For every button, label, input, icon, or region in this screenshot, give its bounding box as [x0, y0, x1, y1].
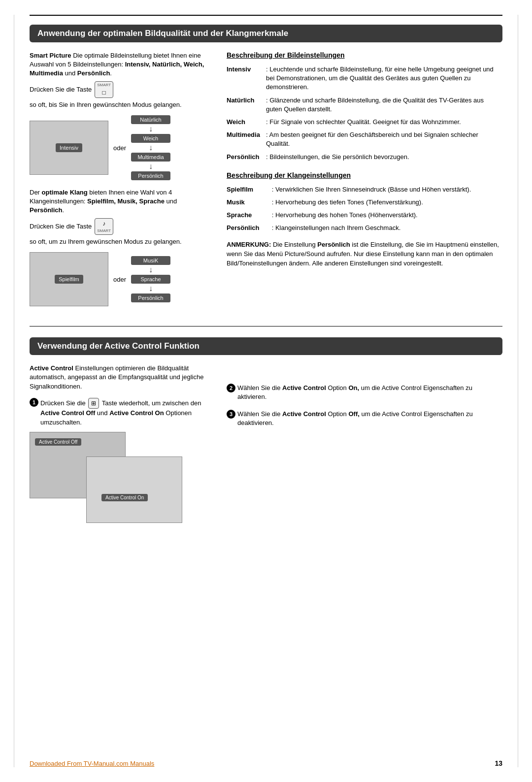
klang-desc-spielfilm: : Verwirklichen Sie Ihren Sinneseindruck…: [272, 184, 502, 197]
step3-number: 3: [227, 410, 235, 419]
ac-screen-front: Active Control On: [86, 456, 182, 523]
klang-row-persoenlich: Persönlich : Klangeinstellungen nach Ihr…: [227, 223, 502, 235]
step2-item: 2 Wählen Sie die Active Control Option O…: [227, 384, 502, 401]
footer-link[interactable]: Downloaded From TV-Manual.com Manuals: [30, 760, 154, 767]
bild-term-intensiv: Intensiv: [227, 64, 266, 95]
diagram1-intensiv: Intensiv: [56, 143, 82, 152]
diagram1-oder: oder: [113, 144, 126, 152]
anmerkung: ANMERKUNG: Die Einstellung Persönlich is…: [227, 240, 502, 268]
section1-header: Anwendung der optimalen Bildqualität und…: [30, 25, 502, 42]
arrow5: ↓: [149, 285, 153, 293]
smart-picture-intro: Smart Picture Die optimale Bildeinstellu…: [30, 51, 212, 78]
klang-row-sprache: Sprache : Hervorhebung des hohen Tones (…: [227, 210, 502, 223]
klang-header: Beschreibung der Klangeinstellungen: [227, 171, 502, 179]
klang-term-persoenlich: Persönlich: [227, 223, 272, 235]
diagram1-btn-multimedia: Multimedia: [131, 153, 170, 162]
diagram1-btn-natuerlich: Natürlich: [131, 115, 170, 124]
diagram1-btn-weich: Weich: [131, 134, 170, 143]
klang-term-musik: Musik: [227, 197, 272, 210]
bild-desc-intensiv: : Leuchtende und scharfe Bildeinstellung…: [266, 64, 502, 95]
bild-desc-multimedia: : Am besten geeignet für den Geschäftsbe…: [266, 130, 502, 151]
section1-block: Anwendung der optimalen Bildqualität und…: [30, 15, 502, 314]
diagram1-btn-persoenlich: Persönlich: [131, 171, 170, 180]
section2-content: Active Control Einstellungen optimieren …: [30, 364, 502, 523]
bild-term-natuerlich: Natürlich: [227, 95, 266, 117]
ac-label-on: Active Control On: [101, 494, 148, 501]
step1-content: Drücken Sie die ⊞ Taste wiederholt, um z…: [40, 398, 212, 427]
arrow2: ↓: [149, 144, 153, 152]
smart-key-icon: SMART □: [95, 81, 113, 98]
bild-term-multimedia: Multimedia: [227, 130, 266, 151]
bild-desc-natuerlich: : Glänzende und scharfe Bildeinstellung,…: [266, 95, 502, 117]
diagram2-btn-musik: MusiK: [131, 256, 170, 265]
klang-term-sprache: Sprache: [227, 210, 272, 223]
left-border: [14, 15, 14, 767]
bild-table: Intensiv : Leuchtende und scharfe Bildei…: [227, 64, 502, 164]
bild-row-natuerlich: Natürlich : Glänzende und scharfe Bildei…: [227, 95, 502, 117]
diagram2-oder: oder: [113, 276, 126, 283]
diagram2-right: MusiK ↓ Sprache ↓ Persönlich: [131, 256, 170, 302]
klang-key-icon: ♪ SMART: [95, 218, 113, 235]
diagram2-btn-sprache: Sprache: [131, 275, 170, 284]
bild-term-persoenlich: Persönlich: [227, 152, 266, 164]
ac-label-off: Active Control Off: [35, 438, 81, 446]
klang-table: Spielfilm : Verwirklichen Sie Ihren Sinn…: [227, 184, 502, 236]
diagram1-right: Natürlich ↓ Weich ↓ Multimedia ↓ Persönl…: [131, 115, 170, 180]
klang-key-press: Drücken Sie die Taste ♪ SMART so oft, um…: [30, 218, 212, 247]
step1-item: 1 Drücken Sie die ⊞ Taste wiederholt, um…: [30, 398, 212, 427]
arrow4: ↓: [149, 266, 153, 274]
bild-row-multimedia: Multimedia : Am besten geeignet für den …: [227, 130, 502, 151]
klang-row-spielfilm: Spielfilm : Verwirklichen Sie Ihren Sinn…: [227, 184, 502, 197]
section2-right: 2 Wählen Sie die Active Control Option O…: [227, 364, 502, 523]
section1-left: Smart Picture Die optimale Bildeinstellu…: [30, 51, 212, 314]
step2-content: Wählen Sie die Active Control Option On,…: [237, 384, 502, 401]
section1-content: Smart Picture Die optimale Bildeinstellu…: [30, 51, 502, 314]
bild-term-weich: Weich: [227, 117, 266, 130]
step2-number: 2: [227, 384, 235, 392]
klang-intro: Der optimale Klang bieten Ihnen eine Wah…: [30, 188, 212, 215]
step1-number: 1: [30, 398, 38, 407]
section2-header: Verwendung der Active Control Funktion: [30, 337, 502, 355]
active-control-intro: Active Control Einstellungen optimieren …: [30, 364, 212, 391]
diagram2: Spielfilm oder MusiK ↓ Sprache ↓ Persönl…: [30, 252, 212, 306]
step3-item: 3 Wählen Sie die Active Control Option O…: [227, 410, 502, 427]
bild-desc-weich: : Für Signale von schlechter Qualität. G…: [266, 117, 502, 130]
klang-desc-musik: : Hervorhebung des tiefen Tones (Tiefenv…: [272, 197, 502, 210]
section1-right: Beschreibung der Bildeinstellungen Inten…: [227, 51, 502, 314]
section2-left: Active Control Einstellungen optimieren …: [30, 364, 212, 523]
diagram2-screen: Spielfilm: [30, 252, 108, 306]
diagram1-screen: Intensiv: [30, 121, 108, 175]
bild-row-weich: Weich : Für Signale von schlechter Quali…: [227, 117, 502, 130]
section-separator: [30, 326, 502, 326]
right-border: [518, 15, 518, 767]
klang-row-musik: Musik : Hervorhebung des tiefen Tones (T…: [227, 197, 502, 210]
diagram1: Intensiv oder Natürlich ↓ Weich ↓ Multim…: [30, 115, 212, 180]
klang-desc-sprache: : Hervorhebung des hohen Tones (Höhenver…: [272, 210, 502, 223]
page-number: 13: [495, 759, 502, 767]
klang-term-spielfilm: Spielfilm: [227, 184, 272, 197]
arrow3: ↓: [149, 163, 153, 170]
active-key-icon: ⊞: [88, 398, 99, 409]
bild-row-intensiv: Intensiv : Leuchtende und scharfe Bildei…: [227, 64, 502, 95]
diagram2-btn-persoenlich2: Persönlich: [131, 293, 170, 302]
diagram2-spielfilm: Spielfilm: [55, 275, 83, 284]
step3-content: Wählen Sie die Active Control Option Off…: [237, 410, 502, 427]
section2-block: Verwendung der Active Control Funktion A…: [30, 337, 502, 523]
bild-desc-persoenlich: : Bildeinstellungen, die Sie persönlich …: [266, 152, 502, 164]
arrow1: ↓: [149, 125, 153, 133]
active-diagram: Active Control Off Active Control On: [30, 432, 187, 523]
bild-row-persoenlich: Persönlich : Bildeinstellungen, die Sie …: [227, 152, 502, 164]
klang-desc-persoenlich: : Klangeinstellungen nach Ihrem Geschmac…: [272, 223, 502, 235]
bild-header: Beschreibung der Bildeinstellungen: [227, 51, 502, 59]
smart-key-press: Drücken Sie die Taste SMART □ so oft, bi…: [30, 81, 212, 110]
